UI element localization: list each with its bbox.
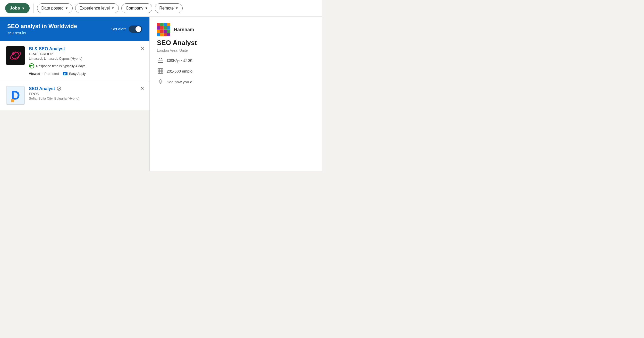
main-layout: SEO analyst in Worldwide 769 results Set… [0, 17, 322, 171]
search-results-count: 769 results [7, 31, 77, 35]
company-logo-crae [6, 46, 25, 65]
remote-filter[interactable]: Remote ▼ [155, 3, 183, 13]
jobs-dropdown-button[interactable]: Jobs ▼ [5, 3, 30, 13]
company-name: PROS [29, 92, 143, 96]
employees-row: 201-500 emplo [157, 67, 315, 75]
company-logo-pros: D [6, 86, 25, 105]
linkedin-icon: in [63, 72, 67, 75]
lightbulb-icon [157, 78, 164, 85]
verified-shield-icon [56, 86, 62, 91]
alert-section: Set alert [111, 25, 142, 33]
building-icon [157, 67, 164, 75]
meta-row: Viewed · Promoted · in Easy Apply [29, 72, 143, 76]
response-time: Response time is typically 4 days [29, 63, 143, 69]
employees-text: 201-500 emplo [167, 69, 192, 73]
toggle-thumb [135, 26, 141, 32]
jobs-label: Jobs [10, 6, 20, 11]
job-card: BI & SEO Analyst CRAE GROUP Limassol, Li… [0, 41, 149, 81]
top-navigation: Jobs ▼ Date posted ▼ Experience level ▼ … [0, 0, 322, 17]
svg-point-13 [159, 80, 162, 82]
easy-apply-label: Easy Apply [69, 72, 86, 76]
experience-level-label: Experience level [80, 6, 110, 11]
detail-job-title: SEO Analyst [157, 39, 315, 47]
card-body: SEO Analyst PROS Sofia, Sofia City, Bulg… [29, 86, 143, 105]
alert-toggle[interactable] [129, 25, 142, 33]
search-header: SEO analyst in Worldwide 769 results Set… [0, 17, 149, 41]
chevron-down-icon: ▼ [175, 6, 178, 10]
svg-line-17 [159, 80, 159, 80]
job-cards-container: BI & SEO Analyst CRAE GROUP Limassol, Li… [0, 41, 149, 110]
chevron-down-icon: ▼ [145, 6, 148, 10]
company-label: Company [126, 6, 143, 11]
date-posted-label: Date posted [41, 6, 64, 11]
dot-separator: · [61, 72, 62, 76]
response-time-text: Response time is typically 4 days [36, 64, 85, 68]
search-header-text: SEO analyst in Worldwide 769 results [7, 23, 77, 35]
job-list-panel: SEO analyst in Worldwide 769 results Set… [0, 17, 149, 171]
see-how-row: See how you c [157, 78, 315, 85]
see-how-text: See how you c [167, 80, 192, 84]
job-location: Limassol, Limassol, Cyprus (Hybrid) [29, 57, 143, 60]
chevron-down-icon: ▼ [111, 6, 114, 10]
date-posted-filter[interactable]: Date posted ▼ [37, 3, 73, 13]
viewed-label: Viewed [29, 72, 40, 76]
experience-level-filter[interactable]: Experience level ▼ [75, 3, 119, 13]
response-time-icon [29, 63, 35, 69]
nav-divider [33, 4, 33, 13]
set-alert-label: Set alert [111, 27, 126, 31]
svg-point-4 [15, 55, 16, 56]
dot-separator: · [42, 72, 43, 76]
company-header: Harnham [157, 23, 315, 36]
company-name: CRAE GROUP [29, 52, 143, 56]
job-title-text: BI & SEO Analyst [29, 46, 65, 51]
job-title-link[interactable]: BI & SEO Analyst [29, 46, 65, 51]
promoted-label: Promoted [44, 72, 59, 76]
remote-label: Remote [159, 6, 174, 11]
search-title: SEO analyst in Worldwide [7, 23, 77, 30]
job-title-text: SEO Analyst [29, 86, 55, 91]
briefcase-icon [157, 57, 164, 64]
svg-rect-8 [158, 69, 163, 73]
job-title-link[interactable]: SEO Analyst [29, 86, 62, 91]
job-location: Sofia, Sofia City, Bulgaria (Hybrid) [29, 96, 143, 100]
dismiss-button[interactable]: ✕ [139, 45, 145, 52]
pros-logo-accent [11, 99, 14, 102]
detail-company-name: Harnham [174, 27, 194, 32]
dismiss-button[interactable]: ✕ [139, 85, 145, 92]
svg-line-16 [162, 80, 162, 80]
svg-point-3 [12, 52, 15, 55]
crae-logo-svg [8, 48, 23, 63]
svg-rect-6 [158, 59, 163, 63]
card-body: BI & SEO Analyst CRAE GROUP Limassol, Li… [29, 46, 143, 76]
salary-text: £30K/yr - £40K [167, 58, 192, 63]
detail-location: London Area, Unite [157, 48, 315, 52]
job-detail-panel: Harnham SEO Analyst London Area, Unite £… [149, 17, 322, 171]
jobs-arrow-icon: ▼ [22, 6, 25, 10]
harnham-logo [157, 23, 170, 36]
salary-row: £30K/yr - £40K [157, 57, 315, 64]
chevron-down-icon: ▼ [65, 6, 68, 10]
company-filter[interactable]: Company ▼ [121, 3, 152, 13]
job-card: D SEO Analyst PROS Sofia, S [0, 81, 149, 110]
